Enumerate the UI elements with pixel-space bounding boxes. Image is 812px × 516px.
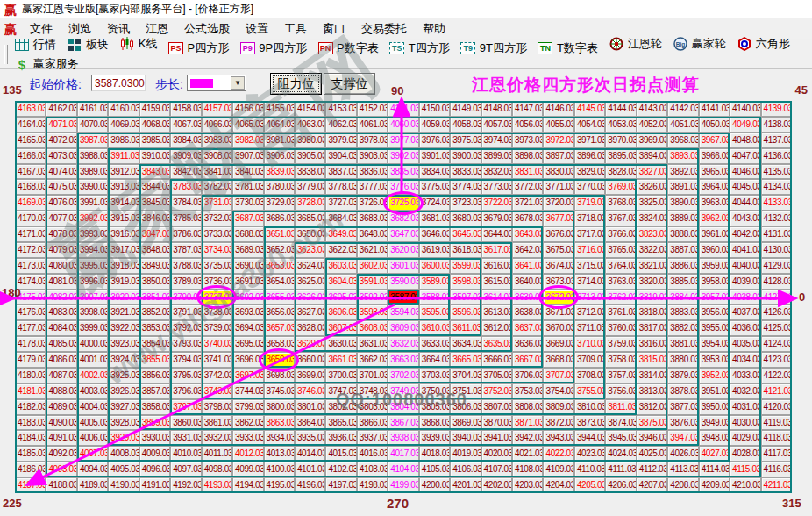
grid-cell: 3670.03	[543, 320, 573, 336]
grid-cell: 3850.03	[139, 274, 170, 290]
grid-cell: 3865.03	[325, 415, 356, 431]
grid-cell: 3780.03	[264, 179, 295, 195]
bottom-label-strip: 225 270 315	[0, 493, 812, 516]
grid-cell: 3978.03	[357, 133, 388, 148]
grid-cell: 3950.03	[699, 399, 730, 415]
toolbar-item-9P四方形[interactable]: P99P四方形	[239, 40, 307, 56]
grid-cell: 3602.03	[357, 258, 388, 274]
support-button[interactable]: 支撑位	[324, 73, 375, 95]
grid-cell: 4048.03	[730, 133, 760, 148]
toolbar-item-K线[interactable]: K线	[119, 36, 158, 52]
grid-cell: 3598.03	[450, 274, 481, 290]
grid-cell: 3799.03	[232, 399, 263, 415]
app-logo-icon-small: 赢	[4, 23, 17, 35]
grid-cell: 3896.03	[574, 148, 605, 164]
grid-cell: 4025.03	[637, 446, 667, 462]
grid-cell: 4159.03	[139, 101, 170, 117]
grid-cell: 4024.03	[605, 446, 636, 462]
grid-cell: 3790.03	[170, 290, 201, 305]
grid-cell: 3763.03	[605, 274, 636, 290]
toolbar-item-行情[interactable]: 行情	[14, 37, 56, 53]
dropdown-arrow-icon[interactable]: ▼	[231, 76, 245, 90]
menu-item-文件[interactable]: 文件	[22, 20, 61, 37]
grid-cell: 3914.03	[108, 195, 139, 211]
grid-cell: 3663.03	[388, 352, 418, 368]
toolbar-item-T数字表[interactable]: TNT数字表	[538, 40, 598, 56]
grid-cell: 3604.03	[325, 274, 356, 290]
grid-cell: 3683.03	[357, 211, 388, 226]
grid-cell: 3615.03	[481, 274, 512, 290]
svg-text:Big: Big	[676, 40, 686, 47]
step-color-dropdown[interactable]: ▼	[187, 75, 246, 91]
grid-cell: 4138.03	[761, 117, 792, 133]
grid-cell: 3912.03	[108, 164, 139, 180]
grid-cell: 3964.03	[699, 179, 730, 195]
menu-item-工具[interactable]: 工具	[276, 20, 315, 37]
menu-item-江恩[interactable]: 江恩	[138, 20, 176, 37]
grid-cell: 3786.03	[170, 226, 201, 242]
resistance-button[interactable]: 阻力位	[270, 73, 322, 95]
grid-cell: 3692.03	[232, 290, 263, 305]
grid-cell: 4142.03	[667, 101, 698, 117]
grid-cell: 3917.03	[108, 242, 139, 258]
grid-cell: 3681.03	[419, 211, 450, 226]
grid-cell: 4049.03	[730, 117, 760, 133]
grid-cell: 3675.03	[543, 242, 573, 258]
toolbar-item-江恩轮[interactable]: 江恩轮	[609, 36, 662, 52]
grid-cell: 3942.03	[512, 430, 543, 446]
menu-item-帮助[interactable]: 帮助	[415, 20, 453, 37]
grid-cell: 4075.03	[46, 179, 76, 195]
toolbar-grip[interactable]	[4, 45, 8, 64]
grid-cell: 4089.03	[46, 399, 76, 415]
grid-cell: 4044.03	[730, 195, 760, 211]
grid-cell: 3901.03	[419, 148, 450, 164]
menu-item-设置[interactable]: 设置	[238, 20, 276, 37]
grid-cell: 3627.03	[295, 305, 325, 320]
menu-item-交易委托[interactable]: 交易委托	[353, 20, 415, 37]
grid-cell: 4064.03	[264, 117, 295, 133]
grid-cell: 3897.03	[543, 148, 573, 164]
grid-cell: 4183.03	[15, 415, 46, 431]
grid-cell: 3603.03	[325, 258, 356, 274]
menu-item-公式选股[interactable]: 公式选股	[176, 20, 238, 37]
menu-item-浏览[interactable]: 浏览	[61, 20, 99, 37]
toolbar-item-板块[interactable]: 板块	[67, 37, 109, 53]
grid-cell: 3765.03	[605, 242, 636, 258]
grid-cell: 3687.03	[232, 211, 263, 226]
grid-cell: 3601.03	[388, 258, 418, 274]
grid-cell: 3903.03	[357, 148, 388, 164]
grid-cell: 3588.03	[419, 290, 450, 305]
grid-cell: 3959.03	[699, 258, 730, 274]
angle-label-90: 90	[391, 84, 403, 97]
grid-cell: 3668.03	[543, 352, 573, 368]
grid-cell: 3605.03	[325, 290, 356, 305]
menu-item-资讯[interactable]: 资讯	[99, 20, 138, 37]
grid-cell: 3882.03	[667, 320, 698, 336]
grid-cell: 3595.03	[419, 305, 450, 320]
start-price-input[interactable]	[91, 75, 146, 91]
grid-cell: 3953.03	[699, 352, 730, 368]
grid-cell: 3723.03	[450, 195, 481, 211]
toolbar-item-P四方形[interactable]: PSP四方形	[168, 40, 230, 56]
toolbar-item-9T四方形[interactable]: T99T四方形	[460, 40, 527, 56]
grid-cell: 4051.03	[667, 117, 698, 133]
angle-label-225: 225	[3, 497, 22, 510]
toolbar-item-T四方形[interactable]: TST四方形	[389, 40, 450, 56]
grid-cell: 3714.03	[574, 274, 605, 290]
grid-cell: 3758.03	[605, 352, 636, 368]
toolbar-item-六角形[interactable]: 六角形	[737, 36, 790, 52]
grid-cell: 3890.03	[667, 195, 698, 211]
grid-cell: 3945.03	[605, 430, 636, 446]
grid-cell: 3775.03	[419, 179, 450, 195]
menu-item-窗口[interactable]: 窗口	[315, 20, 353, 37]
toolbar-item-P数字表[interactable]: PNP数字表	[317, 40, 379, 56]
toolbar-item-label: 六角形	[756, 36, 790, 52]
grid-cell: 4039.03	[730, 274, 760, 290]
grid-cell: 3618.03	[450, 242, 481, 258]
grid-cell: 3740.03	[202, 336, 232, 352]
grid-cell: 4158.03	[170, 101, 201, 117]
grid-cell: 4168.03	[15, 179, 46, 195]
grid-cell: 4144.03	[605, 101, 636, 117]
grid-cell: 3744.03	[232, 383, 263, 399]
toolbar-item-赢家轮[interactable]: Big赢家轮	[673, 36, 726, 52]
